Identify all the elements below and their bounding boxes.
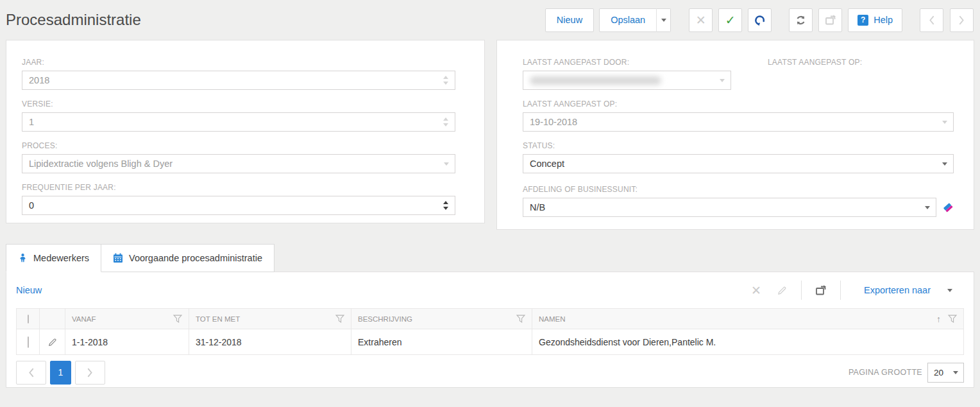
chevron-down-icon [720, 79, 725, 82]
status-dropdown[interactable]: Concept [523, 154, 954, 173]
filter-icon[interactable] [173, 315, 182, 323]
validate-button[interactable]: ✓ [718, 8, 742, 32]
chevron-down-icon [925, 206, 930, 209]
laatst-aangepast-op-top-label: LAATST AANGEPAST OP: [768, 58, 862, 67]
pager: 1 PAGINA GROOTTE 20 [16, 355, 964, 388]
chevron-right-icon [87, 367, 94, 378]
help-icon: ? [858, 15, 868, 26]
spinner-down-icon [443, 82, 448, 85]
column-header-namen-label: NAMEN [539, 315, 566, 323]
laatst-aangepast-op-group: LAATST AANGEPAST OP: 19-10-2018 [523, 100, 954, 132]
tab-medewerkers[interactable]: Medewerkers [6, 244, 101, 272]
chevron-left-icon [928, 15, 935, 26]
unlock-button[interactable] [818, 8, 842, 32]
cancel-button[interactable]: ✕ [689, 8, 713, 32]
edit-row-icon[interactable] [47, 337, 58, 347]
spinner-up-icon [443, 201, 448, 204]
frequentie-input[interactable]: 0 [22, 196, 455, 215]
opslaan-button-label: Opslaan [611, 15, 645, 25]
column-header-vanaf[interactable]: VANAF [65, 309, 189, 329]
pager-next-button[interactable] [75, 361, 105, 385]
versie-spinner[interactable] [443, 117, 449, 126]
frequentie-field-group: FREQUENTIE PER JAAR: 0 [22, 183, 455, 215]
close-icon: ✕ [696, 13, 706, 28]
filter-icon[interactable] [948, 315, 957, 323]
medewerkers-table: VANAF TOT EN MET BESCHRIJVING [16, 308, 964, 355]
header-toolbar: Nieuw Opslaan ✕ ✓ [545, 8, 974, 32]
pager-page-1[interactable]: 1 [50, 361, 71, 385]
proces-dropdown[interactable]: Lipidextractie volgens Bligh & Dyer [22, 154, 455, 173]
previous-record-button[interactable] [920, 8, 943, 32]
edit-icon [777, 285, 788, 296]
jaar-spinner[interactable] [443, 76, 449, 85]
jaar-label: JAAR: [22, 58, 455, 67]
unlock-icon [824, 13, 837, 26]
page-size-label: PAGINA GROOTTE [849, 368, 922, 377]
table-row[interactable]: 1-1-2018 31-12-2018 Extraheren Gezondshe… [17, 329, 964, 355]
select-all-checkbox[interactable] [28, 315, 29, 324]
spinner-down-icon [443, 123, 448, 126]
person-icon [18, 253, 28, 263]
refresh-icon [795, 14, 807, 26]
calendar-icon [113, 253, 123, 263]
laatst-aangepast-door-dropdown[interactable] [523, 71, 731, 90]
tab-voorgaande-procesadministratie[interactable]: Voorgaande procesadministratie [101, 244, 275, 272]
edit-column-header [40, 309, 65, 329]
afdeling-label: AFDELING OF BUSINESSUNIT: [523, 185, 954, 194]
versie-input[interactable]: 1 [22, 112, 455, 132]
page-size-select[interactable]: 20 [927, 363, 964, 383]
chevron-down-icon [942, 121, 947, 124]
page-size-value: 20 [934, 368, 943, 377]
eraser-icon[interactable] [942, 202, 954, 213]
tab-medewerkers-label: Medewerkers [33, 253, 89, 263]
filter-icon[interactable] [335, 315, 344, 323]
exporteren-naar-label: Exporteren naar [864, 285, 931, 295]
nieuw-button[interactable]: Nieuw [545, 8, 594, 32]
laatst-aangepast-op-dropdown[interactable]: 19-10-2018 [523, 112, 954, 132]
tab-voorgaande-label: Voorgaande procesadministratie [129, 253, 262, 263]
afdeling-group: AFDELING OF BUSINESSUNIT: N/B [523, 185, 954, 217]
refresh-button[interactable] [789, 8, 813, 32]
grid-edit-button[interactable] [769, 280, 795, 300]
tab-strip: Medewerkers Voorgaande procesadministrat… [0, 230, 980, 272]
left-form-panel: JAAR: 2018 VERSIE: 1 PROCES: Lipidextrac… [6, 40, 485, 223]
chevron-left-icon [28, 367, 35, 378]
grid-delete-button[interactable]: ✕ [743, 280, 769, 300]
toolbar-divider [801, 281, 802, 300]
opslaan-button[interactable]: Opslaan [599, 8, 657, 32]
laatst-aangepast-row: LAATST AANGEPAST DOOR: LAATST AANGEPAST … [523, 58, 954, 100]
next-record-button[interactable] [950, 8, 974, 32]
help-button[interactable]: ? Help [848, 8, 902, 32]
grid-nieuw-link[interactable]: Nieuw [16, 285, 42, 295]
versie-field-group: VERSIE: 1 [22, 100, 455, 132]
versie-value: 1 [29, 117, 34, 127]
undo-button[interactable] [748, 8, 772, 32]
grid-toolbar: Nieuw ✕ Exporteren naar [16, 272, 964, 308]
frequentie-spinner[interactable] [443, 201, 449, 210]
opslaan-dropdown-button[interactable] [656, 8, 671, 32]
form-panels: JAAR: 2018 VERSIE: 1 PROCES: Lipidextrac… [0, 40, 980, 230]
filter-icon[interactable] [516, 315, 525, 323]
spinner-up-icon [443, 76, 448, 79]
column-header-beschrijving[interactable]: BESCHRIJVING [351, 309, 532, 329]
row-checkbox[interactable] [28, 336, 29, 348]
proces-field-group: PROCES: Lipidextractie volgens Bligh & D… [22, 141, 455, 173]
column-header-namen[interactable]: NAMEN ↑ [532, 309, 964, 329]
status-value: Concept [530, 159, 564, 169]
exporteren-naar-dropdown[interactable]: Exporteren naar [847, 285, 964, 295]
spinner-up-icon [443, 117, 448, 121]
spinner-down-icon [443, 207, 448, 210]
chevron-right-icon [958, 15, 965, 26]
column-header-tot-en-met[interactable]: TOT EN MET [189, 309, 351, 329]
pager-previous-button[interactable] [16, 361, 46, 385]
cell-vanaf: 1-1-2018 [65, 329, 189, 355]
status-group: STATUS: Concept [523, 141, 954, 173]
afdeling-value: N/B [530, 202, 545, 212]
jaar-input[interactable]: 2018 [22, 71, 455, 90]
grid-refresh-button[interactable] [808, 280, 834, 300]
afdeling-dropdown[interactable]: N/B [523, 198, 936, 217]
jaar-value: 2018 [29, 75, 49, 85]
chevron-down-icon [444, 162, 449, 166]
column-header-beschrijving-label: BESCHRIJVING [358, 315, 412, 323]
laatst-aangepast-op-value: 19-10-2018 [530, 117, 577, 127]
